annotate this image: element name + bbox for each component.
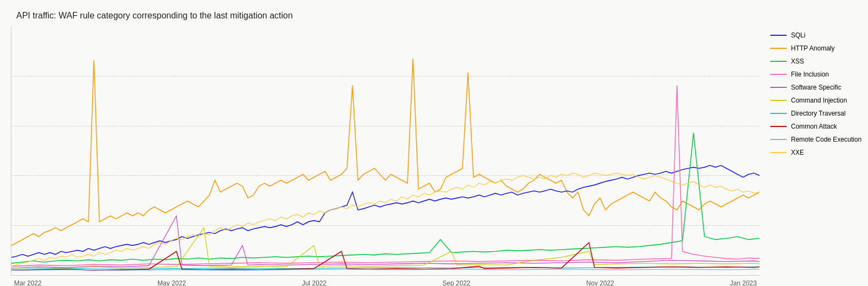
legend-color-swatch	[770, 48, 787, 49]
http-anomaly-line	[11, 59, 760, 245]
legend-label: SQLi	[791, 31, 806, 39]
legend-color-swatch	[770, 152, 787, 153]
legend-color-swatch	[770, 74, 787, 75]
legend-label: XXE	[791, 149, 804, 156]
legend-label: HTTP Anomaly	[791, 45, 834, 52]
sqli-line	[11, 166, 760, 257]
legend-label: Directory Traversal	[791, 110, 846, 117]
legend-item-http-anomaly: HTTP Anomaly	[770, 45, 868, 52]
chart-container: API traffic: WAF rule category correspon…	[0, 0, 868, 286]
legend-color-swatch	[770, 35, 787, 36]
chart-title: API traffic: WAF rule category correspon…	[11, 11, 868, 21]
legend-item-remote-code-execution: Remote Code Execution	[770, 136, 868, 143]
x-label-may2022: May 2022	[157, 279, 186, 286]
x-label-mar2022: Mar 2022	[14, 279, 42, 286]
legend-item-command-injection: Command Injection	[770, 97, 868, 104]
legend-color-swatch	[770, 139, 787, 140]
x-axis-labels: Mar 2022 May 2022 Jul 2022 Sep 2022 Nov …	[11, 279, 760, 286]
xxe-line	[11, 173, 760, 266]
x-label-jan2023: Jan 2023	[730, 279, 757, 286]
chart-plot: Mar 2022 May 2022 Jul 2022 Sep 2022 Nov …	[11, 26, 760, 276]
file-inclusion-line	[11, 85, 760, 266]
legend-color-swatch	[770, 126, 787, 127]
legend-label: Remote Code Execution	[791, 136, 861, 143]
legend-item-file-inclusion: File Inclusion	[770, 71, 868, 78]
chart-area: Mar 2022 May 2022 Jul 2022 Sep 2022 Nov …	[11, 26, 868, 276]
legend-color-swatch	[770, 100, 787, 101]
legend-item-directory-traversal: Directory Traversal	[770, 110, 868, 117]
chart-svg	[11, 26, 760, 275]
legend-label: Software Specific	[791, 84, 841, 91]
xss-line	[11, 133, 760, 263]
chart-legend: SQLiHTTP AnomalyXSSFile InclusionSoftwar…	[760, 26, 868, 276]
legend-item-xxe: XXE	[770, 149, 868, 156]
legend-item-software-specific: Software Specific	[770, 84, 868, 91]
legend-label: Common Attack	[791, 123, 837, 130]
legend-color-swatch	[770, 87, 787, 88]
legend-label: Command Injection	[791, 97, 847, 104]
legend-label: XSS	[791, 58, 804, 65]
legend-item-common-attack: Common Attack	[770, 123, 868, 130]
legend-color-swatch	[770, 113, 787, 114]
x-label-sep2022: Sep 2022	[443, 279, 470, 286]
legend-item-sqli: SQLi	[770, 31, 868, 39]
legend-color-swatch	[770, 61, 787, 62]
x-label-nov2022: Nov 2022	[586, 279, 614, 286]
x-label-jul2022: Jul 2022	[302, 279, 327, 286]
legend-label: File Inclusion	[791, 71, 829, 78]
legend-item-xss: XSS	[770, 58, 868, 65]
